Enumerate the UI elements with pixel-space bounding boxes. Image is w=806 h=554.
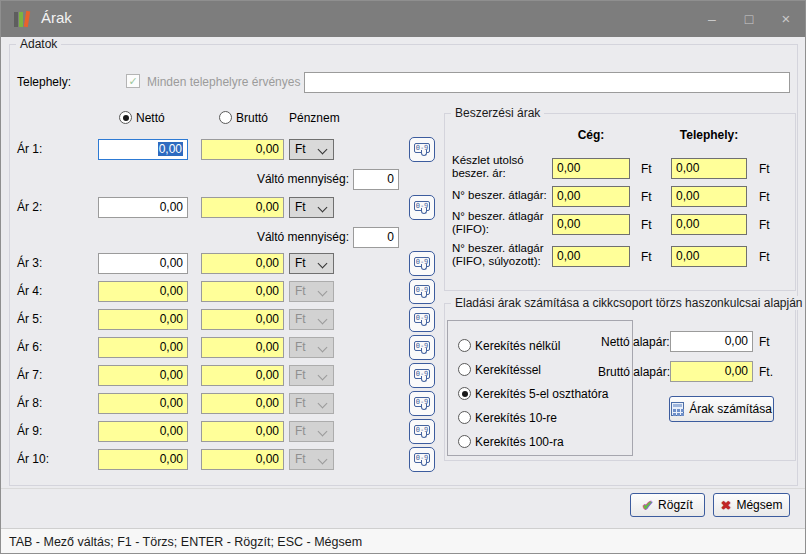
rogzit-button[interactable]: ✔ Rögzít bbox=[630, 493, 705, 517]
ar5-numpad-button[interactable]: 0-9 bbox=[409, 307, 435, 332]
ar2-currency-select[interactable]: Ft bbox=[289, 197, 334, 218]
ar6-brutto-input[interactable]: 0,00 bbox=[201, 337, 284, 358]
ar7-numpad-button[interactable]: 0-9 bbox=[409, 363, 435, 388]
brutto-radio[interactable] bbox=[219, 111, 232, 124]
ar4-numpad-button[interactable]: 0-9 bbox=[409, 279, 435, 304]
unit-label: Ft bbox=[759, 250, 770, 264]
minimize-button[interactable]: – bbox=[697, 8, 727, 30]
numpad-icon: 0-9 bbox=[414, 453, 430, 463]
ar9-brutto-input[interactable]: 0,00 bbox=[201, 421, 284, 442]
netto-alapar-input[interactable]: 0,00 bbox=[670, 331, 753, 352]
valto1-label: Váltó mennyiség: bbox=[231, 172, 349, 186]
netto-radio[interactable] bbox=[119, 111, 132, 124]
unit-label: Ft bbox=[641, 218, 652, 232]
megsem-button[interactable]: ✖ Mégsem bbox=[713, 493, 790, 517]
ar6-netto-input[interactable]: 0,00 bbox=[98, 337, 188, 358]
ar8-currency-select: Ft bbox=[289, 393, 334, 414]
kerekitessel-label: Kerekítéssel bbox=[475, 363, 541, 377]
all-sites-checkbox-label: Minden telephelyre érvényes ár bbox=[147, 75, 314, 89]
beszer-atlagar-ceg-input[interactable]: 0,00 bbox=[552, 186, 630, 207]
valto1-input[interactable]: 0 bbox=[353, 169, 399, 190]
kerekites-nelkul-radio[interactable] bbox=[458, 339, 471, 352]
numpad-icon: 0-9 bbox=[414, 369, 430, 379]
numpad-icon: 0-9 bbox=[414, 285, 430, 295]
ar3-netto-input[interactable]: 0,00 bbox=[98, 253, 188, 274]
ar6-numpad-button[interactable]: 0-9 bbox=[409, 335, 435, 360]
ar1-numpad-button[interactable]: 0-9 bbox=[409, 137, 435, 162]
brutto-alapar-input[interactable]: 0,00 bbox=[670, 361, 753, 382]
app-books-icon bbox=[13, 9, 33, 29]
ar4-brutto-input[interactable]: 0,00 bbox=[201, 281, 284, 302]
beszer-atlagar-telephely-input[interactable]: 0,00 bbox=[671, 186, 747, 207]
ar10-netto-input[interactable]: 0,00 bbox=[98, 449, 188, 470]
kerekites-5-radio[interactable] bbox=[458, 387, 471, 400]
telephely-label: Telephely: bbox=[17, 75, 71, 89]
numpad-icon: 0-9 bbox=[414, 313, 430, 323]
keszlet-utolso-label: Készlet utolsó beszer. ár: bbox=[452, 154, 552, 180]
ar3-currency-select[interactable]: Ft bbox=[289, 253, 334, 274]
ar10-label: Ár 10: bbox=[17, 452, 49, 466]
netto-alapar-label: Nettó alapár: bbox=[601, 335, 670, 349]
ar8-netto-input[interactable]: 0,00 bbox=[98, 393, 188, 414]
maximize-button[interactable]: □ bbox=[734, 8, 764, 30]
ar9-numpad-button[interactable]: 0-9 bbox=[409, 419, 435, 444]
beszer-atlagar-fifo-telephely-input[interactable]: 0,00 bbox=[671, 214, 747, 235]
unit-label: Ft bbox=[641, 190, 652, 204]
ar4-currency-select: Ft bbox=[289, 281, 334, 302]
ar2-netto-input[interactable]: 0,00 bbox=[98, 197, 188, 218]
ar3-label: Ár 3: bbox=[17, 256, 42, 270]
ar5-brutto-input[interactable]: 0,00 bbox=[201, 309, 284, 330]
check-icon: ✔ bbox=[642, 498, 653, 513]
numpad-icon: 0-9 bbox=[414, 341, 430, 351]
ar1-currency-select[interactable]: Ft bbox=[289, 139, 334, 160]
ar7-netto-input[interactable]: 0,00 bbox=[98, 365, 188, 386]
rogzit-label: Rögzít bbox=[658, 498, 693, 512]
beszer-atlagar-fifo-sulyozott-ceg-input[interactable]: 0,00 bbox=[552, 246, 630, 267]
ar5-netto-input[interactable]: 0,00 bbox=[98, 309, 188, 330]
keszlet-utolso-ceg-input[interactable]: 0,00 bbox=[552, 158, 630, 179]
kerekites-10-radio[interactable] bbox=[458, 411, 471, 424]
brutto-radio-label: Bruttó bbox=[236, 111, 268, 125]
beszer-atlagar-label: N° beszer. átlagár: bbox=[452, 189, 552, 202]
brutto-alapar-unit: Ft. bbox=[759, 365, 773, 379]
ar9-netto-input[interactable]: 0,00 bbox=[98, 421, 188, 442]
valto2-label: Váltó mennyiség: bbox=[231, 230, 349, 244]
ar4-netto-input[interactable]: 0,00 bbox=[98, 281, 188, 302]
megsem-label: Mégsem bbox=[736, 498, 782, 512]
numpad-icon: 0-9 bbox=[414, 143, 430, 153]
ar10-numpad-button[interactable]: 0-9 bbox=[409, 447, 435, 472]
netto-radio-label: Nettó bbox=[136, 111, 165, 125]
unit-label: Ft bbox=[641, 162, 652, 176]
ar8-numpad-button[interactable]: 0-9 bbox=[409, 391, 435, 416]
ar2-brutto-input[interactable]: 0,00 bbox=[201, 197, 284, 218]
ar7-label: Ár 7: bbox=[17, 368, 42, 382]
ar6-currency-select: Ft bbox=[289, 337, 334, 358]
beszer-atlagar-fifo-ceg-input[interactable]: 0,00 bbox=[552, 214, 630, 235]
valto2-input[interactable]: 0 bbox=[353, 227, 399, 248]
ar6-label: Ár 6: bbox=[17, 340, 42, 354]
beszerzesi-group-label: Beszerzési árak bbox=[451, 106, 544, 120]
ar10-brutto-input[interactable]: 0,00 bbox=[201, 449, 284, 470]
telephely-input[interactable] bbox=[304, 72, 790, 93]
ar3-brutto-input[interactable]: 0,00 bbox=[201, 253, 284, 274]
ar1-brutto-input[interactable]: 0,00 bbox=[201, 139, 284, 160]
unit-label: Ft bbox=[759, 162, 770, 176]
eladasi-group-label: Eladási árak számítása a cikkcsoport tör… bbox=[451, 296, 806, 310]
ar3-numpad-button[interactable]: 0-9 bbox=[409, 251, 435, 276]
kerekites-100-radio[interactable] bbox=[458, 435, 471, 448]
ar1-netto-input[interactable]: 0,00 bbox=[98, 139, 188, 160]
kerekitessel-radio[interactable] bbox=[458, 363, 471, 376]
beszer-atlagar-fifo-sulyozott-telephely-input[interactable]: 0,00 bbox=[671, 246, 747, 267]
penznem-header-label: Pénznem bbox=[289, 111, 340, 125]
ar2-numpad-button[interactable]: 0-9 bbox=[409, 195, 435, 220]
ceg-column-header: Cég: bbox=[552, 128, 630, 142]
keszlet-utolso-telephely-input[interactable]: 0,00 bbox=[671, 158, 747, 179]
eladasi-group: Eladási árak számítása a cikkcsoport tör… bbox=[444, 303, 796, 461]
calculator-icon bbox=[671, 402, 684, 416]
beszer-atlagar-fifo-label: N° beszer. átlagár (FIFO): bbox=[452, 210, 552, 236]
ar8-brutto-input[interactable]: 0,00 bbox=[201, 393, 284, 414]
arak-szamitasa-button[interactable]: Árak számítása bbox=[669, 396, 774, 422]
ar7-brutto-input[interactable]: 0,00 bbox=[201, 365, 284, 386]
x-icon: ✖ bbox=[721, 498, 732, 513]
close-button[interactable]: × bbox=[771, 8, 801, 30]
